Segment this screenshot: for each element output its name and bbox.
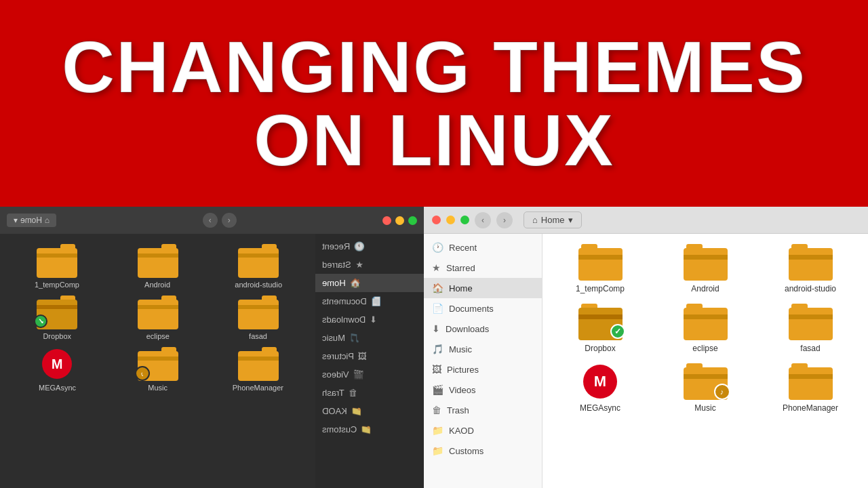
- left-sidebar-item-customs[interactable]: 📁 Customs: [315, 420, 424, 439]
- right-sidebar-item-kaod[interactable]: 📁 KAOD: [424, 420, 542, 441]
- right-sidebar-item-customs[interactable]: 📁 Customs: [424, 441, 542, 461]
- list-item[interactable]: fasad: [763, 304, 858, 353]
- list-item[interactable]: ✓ Dropbox: [10, 296, 104, 340]
- dropbox-badge: ✓: [610, 324, 625, 339]
- file-name: PhoneManager: [783, 403, 838, 413]
- left-sidebar-item-pictures[interactable]: 🖼 Pictures: [315, 347, 424, 365]
- left-sidebar-item-downloads[interactable]: ⬇ Downloads: [315, 310, 424, 329]
- left-sidebar: 🕐 Recent ★ Starred 🏠 Home 📄 Documents ⬇: [315, 234, 424, 488]
- list-item[interactable]: Android: [658, 244, 753, 293]
- mega-icon: M: [583, 365, 617, 399]
- file-name: Android: [691, 284, 719, 293]
- dropdown-icon: ▾: [568, 215, 573, 225]
- right-sidebar-item-downloads[interactable]: ⬇ Downloads: [424, 319, 542, 339]
- documents-icon: 📄: [371, 296, 382, 306]
- music-icon: 🎵: [349, 333, 360, 343]
- list-item[interactable]: PhoneManager: [212, 347, 305, 392]
- right-maximize-btn[interactable]: [460, 216, 469, 224]
- sidebar-label: Starred: [322, 260, 351, 270]
- sidebar-label: Downloads: [446, 324, 489, 334]
- file-name: Music: [148, 384, 167, 392]
- right-close-btn[interactable]: [432, 216, 441, 224]
- right-sidebar-item-videos[interactable]: 🎬 Videos: [424, 380, 542, 400]
- downloads-icon: ⬇: [432, 323, 440, 334]
- list-item[interactable]: 1_tempComp: [553, 244, 648, 293]
- left-sidebar-item-videos[interactable]: 🎬 Videos: [315, 365, 424, 384]
- list-item[interactable]: 1_tempComp: [10, 244, 104, 289]
- left-sidebar-item-kaod[interactable]: 📁 KAOD: [315, 402, 424, 420]
- right-sidebar-item-home[interactable]: 🏠 Home: [424, 278, 542, 298]
- file-name: MEGAsync: [39, 384, 76, 392]
- right-titlebar: ‹ › ⌂ Home ▾: [424, 207, 868, 234]
- right-forward-btn[interactable]: ›: [496, 212, 513, 228]
- list-item[interactable]: ♪ Music: [658, 363, 753, 413]
- recent-icon: 🕐: [432, 242, 443, 253]
- recent-icon: 🕐: [354, 241, 365, 251]
- sidebar-label: Pictures: [322, 351, 354, 361]
- file-name: PhoneManager: [233, 384, 283, 392]
- left-sidebar-item-music[interactable]: 🎵 Music: [315, 329, 424, 347]
- left-minimize-btn[interactable]: [395, 216, 404, 225]
- sidebar-label: Videos: [322, 369, 349, 380]
- right-sidebar-item-music[interactable]: 🎵 Music: [424, 339, 542, 359]
- right-back-btn[interactable]: ‹: [475, 212, 491, 228]
- list-item[interactable]: M MEGAsync: [553, 363, 648, 413]
- trash-icon: 🗑: [432, 405, 441, 415]
- right-sidebar-item-documents[interactable]: 📄 Documents: [424, 298, 542, 319]
- windows-area: ‹ › ⌂ Home ▾ 🕐 Recent ★ Starred 🏠: [0, 207, 868, 488]
- left-sidebar-item-trash[interactable]: 🗑 Trash: [315, 384, 424, 402]
- left-sidebar-item-documents[interactable]: 📄 Documents: [315, 292, 424, 310]
- right-minimize-btn[interactable]: [446, 216, 455, 224]
- banner-line2: ON LINUX: [254, 99, 614, 181]
- file-name: fasad: [249, 332, 267, 340]
- right-window: ‹ › ⌂ Home ▾ 🕐 Recent ★ Starred 🏠: [424, 207, 868, 488]
- sidebar-label: Trash: [322, 388, 344, 398]
- file-name: eclipse: [146, 332, 169, 340]
- list-item[interactable]: fasad: [212, 296, 305, 340]
- folder-icon: 📁: [432, 425, 443, 436]
- dropdown-icon: ▾: [14, 216, 18, 225]
- list-item[interactable]: Android: [111, 244, 204, 289]
- left-sidebar-item-recent[interactable]: 🕐 Recent: [315, 237, 424, 256]
- right-sidebar-item-recent[interactable]: 🕐 Recent: [424, 237, 542, 258]
- list-item[interactable]: ✓ Dropbox: [553, 304, 648, 353]
- list-item[interactable]: M MEGAsync: [10, 347, 104, 392]
- left-sidebar-item-home[interactable]: 🏠 Home: [315, 274, 424, 292]
- right-sidebar: 🕐 Recent ★ Starred 🏠 Home 📄 Documents ⬇: [424, 234, 542, 488]
- downloads-icon: ⬇: [370, 314, 377, 325]
- list-item[interactable]: android-studio: [763, 244, 858, 293]
- folder-icon: 📁: [432, 445, 443, 456]
- right-home-btn[interactable]: ⌂ Home ▾: [524, 211, 582, 228]
- list-item[interactable]: eclipse: [111, 296, 204, 340]
- right-sidebar-item-pictures[interactable]: 🖼 Pictures: [424, 359, 542, 380]
- file-name: Android: [145, 281, 171, 289]
- right-sidebar-item-starred[interactable]: ★ Starred: [424, 258, 542, 278]
- home-icon: 🏠: [350, 278, 361, 288]
- list-item[interactable]: PhoneManager: [763, 363, 858, 413]
- left-sidebar-item-starred[interactable]: ★ Starred: [315, 256, 424, 274]
- file-name: android-studio: [235, 281, 282, 289]
- sidebar-label: Trash: [447, 405, 469, 415]
- right-sidebar-item-trash[interactable]: 🗑 Trash: [424, 400, 542, 420]
- mega-icon: M: [42, 349, 72, 379]
- left-close-btn[interactable]: [382, 216, 391, 225]
- list-item[interactable]: eclipse: [658, 304, 753, 353]
- videos-icon: 🎬: [353, 369, 364, 380]
- folder-icon: 📁: [361, 424, 372, 434]
- list-item[interactable]: android-studio: [212, 244, 305, 289]
- left-forward-btn[interactable]: ›: [203, 213, 218, 228]
- sidebar-label: Recent: [449, 243, 477, 253]
- sidebar-label: Customs: [449, 446, 484, 456]
- sidebar-label: Music: [449, 344, 472, 354]
- left-home-btn[interactable]: ⌂ Home ▾: [7, 214, 56, 227]
- home-icon: ⌂: [532, 215, 538, 225]
- music-icon: 🎵: [432, 344, 443, 354]
- pictures-icon: 🖼: [432, 364, 441, 375]
- right-file-area: 1_tempComp Android: [542, 234, 868, 488]
- documents-icon: 📄: [432, 303, 443, 314]
- list-item[interactable]: ♪ Music: [111, 347, 204, 392]
- left-back-btn[interactable]: ‹: [222, 213, 237, 228]
- sidebar-label: Documents: [449, 304, 494, 314]
- music-badge: ♪: [135, 366, 150, 381]
- left-maximize-btn[interactable]: [408, 216, 417, 225]
